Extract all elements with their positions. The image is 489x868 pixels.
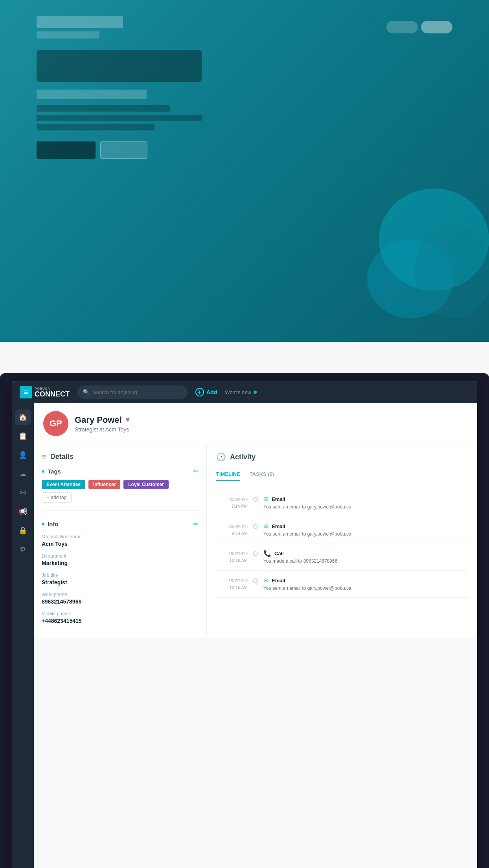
sidebar-item-contacts[interactable]: 👤 <box>15 447 31 463</box>
info-label: Info <box>48 521 59 527</box>
field-mobile-phone-value: +448623415415 <box>42 618 199 624</box>
timeline-date-3: 19/7/2019 10:16 AM <box>216 550 248 563</box>
contact-header: GP Gary Powel ♥ Strategist at Acm Toys <box>34 403 477 444</box>
logo-text-block: POBUCA CONNECT <box>35 387 70 398</box>
timeline-type-4: Email <box>272 578 285 584</box>
contact-info: Gary Powel ♥ Strategist at Acm Toys <box>75 415 468 433</box>
crm-logo: ≡ POBUCA CONNECT <box>20 386 70 398</box>
hero-cta-secondary[interactable] <box>100 141 147 159</box>
timeline-dot-3 <box>253 551 258 556</box>
field-job-title-label: Job title <box>42 573 199 578</box>
crm-sidebar: 🏠 📋 👤 ☁ ✉ 📢 🔒 ⚙ <box>12 403 34 868</box>
sidebar-item-lock[interactable]: 🔒 <box>15 523 31 538</box>
sidebar-item-mail[interactable]: ✉ <box>15 485 31 501</box>
contact-name: Gary Powel <box>75 415 122 425</box>
tags-edit-icon[interactable]: ✏ <box>193 468 199 475</box>
field-mobile-phone: Mobile phone +448623415415 <box>42 611 199 624</box>
field-job-title-value: Strategist <box>42 579 199 585</box>
field-job-title: Job title Strategist <box>42 573 199 585</box>
sidebar-item-list[interactable]: 📋 <box>15 428 31 444</box>
email-icon-4: ✉ <box>263 577 268 584</box>
contact-avatar: GP <box>43 411 68 436</box>
field-org-name-value: Acm Toys <box>42 541 199 547</box>
timeline-desc-1: You sent an email to gary.powel@pobu.ca <box>263 504 468 510</box>
timeline-icon-row-3: 📞 Call <box>263 550 468 557</box>
search-icon: 🔍 <box>83 389 90 395</box>
info-edit-icon[interactable]: ✏ <box>193 520 199 528</box>
timeline-content-4: ✉ Email You sent an email to gary.powel@… <box>263 577 468 591</box>
tag-influencer[interactable]: Influencer <box>88 480 120 489</box>
add-label: Add <box>206 389 217 395</box>
timeline-icon-row-4: ✉ Email <box>263 577 468 584</box>
timeline-desc-2: You sent an email to gary.powel@pobu.ca <box>263 531 468 537</box>
timeline-dot-1 <box>253 497 258 502</box>
field-work-phone-value: 8963214578966 <box>42 598 199 605</box>
timeline-date-1: 20/8/2019 7:14 PM <box>216 495 248 509</box>
details-title: ≡ Details <box>42 452 74 461</box>
email-icon-2: ✉ <box>263 523 268 530</box>
hero-main-content <box>37 50 452 159</box>
info-header: ▾ Info ✏ <box>42 520 199 528</box>
heart-icon[interactable]: ♥ <box>126 416 130 424</box>
timeline-content-3: 📞 Call You made a call to 8963214578966 <box>263 550 468 564</box>
timeline-desc-4: You sent an email to gary.powel@pobu.ca <box>263 585 468 591</box>
app-screenshot: ≡ POBUCA CONNECT 🔍 + Add What's new <box>0 373 489 868</box>
crm-main: 🏠 📋 👤 ☁ ✉ 📢 🔒 ⚙ GP Gary Powel ♥ <box>12 403 477 868</box>
hero-nav-pills <box>386 21 452 33</box>
timeline-item-2: 13/8/2019 9:54 AM ✉ Email You sent <box>216 516 468 543</box>
search-bar[interactable]: 🔍 <box>77 385 188 399</box>
timeline-type-1: Email <box>272 496 285 502</box>
add-button[interactable]: + Add <box>195 388 217 396</box>
tag-loyal-customer[interactable]: Loyal Customer <box>123 480 169 489</box>
hero-desc-line-2 <box>37 115 202 121</box>
timeline-icon-row-2: ✉ Email <box>263 523 468 530</box>
timeline-dot-4 <box>253 578 258 583</box>
tag-event-attendee[interactable]: Event Attendee <box>42 480 85 489</box>
details-icon: ≡ <box>42 452 46 461</box>
add-circle-icon: + <box>195 388 204 396</box>
white-space <box>0 342 489 373</box>
sidebar-item-settings[interactable]: ⚙ <box>15 541 31 557</box>
hero-big-title-bar <box>37 50 202 82</box>
timeline: 20/8/2019 7:14 PM ✉ Email You sent <box>216 489 468 598</box>
call-icon-3: 📞 <box>263 550 271 557</box>
tags-header: ▾ Tags ✏ <box>42 468 199 475</box>
sidebar-item-announce[interactable]: 📢 <box>15 504 31 519</box>
timeline-date-2: 13/8/2019 9:54 AM <box>216 523 248 536</box>
sidebar-item-home[interactable]: 🏠 <box>15 409 31 425</box>
activity-clock-icon: 🕐 <box>216 452 226 462</box>
contact-subtitle: Strategist at Acm Toys <box>75 426 468 433</box>
hero-title-line1-bar <box>37 16 123 28</box>
timeline-dot-2 <box>253 524 258 529</box>
timeline-content-2: ✉ Email You sent an email to gary.powel@… <box>263 523 468 537</box>
panel-right: 🕐 Activity TIMELINE TASKS (0) <box>207 444 477 638</box>
hero-cta-primary[interactable] <box>37 141 96 159</box>
tags-container: Event Attendee Influencer Loyal Customer… <box>42 480 199 503</box>
sidebar-item-cloud[interactable]: ☁ <box>15 466 31 482</box>
field-department-value: Marketing <box>42 560 199 566</box>
field-department-label: Department <box>42 553 199 559</box>
search-input[interactable] <box>93 389 182 395</box>
contact-name-row: Gary Powel ♥ <box>75 415 468 425</box>
panel-left: ≡ Details ▾ Tags ✏ <box>34 444 207 638</box>
tags-label: Tags <box>48 468 61 475</box>
tags-section: ▾ Tags ✏ Event Attendee Influencer Loyal… <box>42 468 199 511</box>
field-org-name: Organization name Acm Toys <box>42 534 199 547</box>
logo-big-text: CONNECT <box>35 391 70 398</box>
field-org-name-label: Organization name <box>42 534 199 540</box>
hero-desc-line-1 <box>37 105 170 112</box>
activity-tabs: TIMELINE TASKS (0) <box>216 468 468 481</box>
timeline-desc-3: You made a call to 8963214578966 <box>263 558 468 564</box>
field-work-phone: Work phone 8963214578966 <box>42 592 199 605</box>
tab-timeline[interactable]: TIMELINE <box>216 468 240 481</box>
hero-pill-1 <box>386 21 418 33</box>
hero-action-bar <box>37 141 147 159</box>
timeline-date-4: 19/7/2019 10:15 AM <box>216 577 248 591</box>
whats-new[interactable]: What's new <box>225 389 257 395</box>
whats-new-label: What's new <box>225 389 251 395</box>
tab-tasks[interactable]: TASKS (0) <box>250 468 274 481</box>
hero-blob <box>347 185 489 326</box>
add-tag-button[interactable]: + add tag <box>42 492 72 503</box>
tags-title: ▾ Tags <box>42 468 61 475</box>
hero-subtitle-bar <box>37 90 147 99</box>
